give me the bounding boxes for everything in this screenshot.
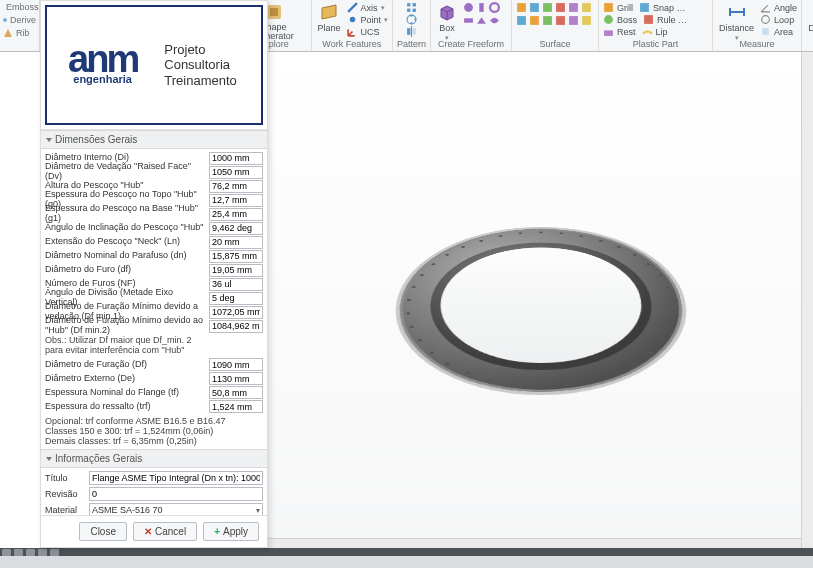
- group-surface: Surface: [512, 0, 599, 51]
- svg-point-14: [414, 18, 416, 20]
- svg-rect-9: [413, 3, 416, 6]
- param-label: Diâmetro de Furação (Df): [45, 360, 209, 370]
- param-input[interactable]: [209, 152, 263, 165]
- emboss-button[interactable]: Emboss: [3, 2, 36, 12]
- derive2-button[interactable]: Derive: [806, 2, 813, 33]
- axis-icon: [347, 2, 358, 13]
- param-input[interactable]: [209, 166, 263, 179]
- section-dimensoes[interactable]: Dimensões Gerais: [41, 130, 267, 149]
- derive-button[interactable]: Derive: [3, 15, 36, 25]
- pattern-circ-button[interactable]: [406, 14, 417, 25]
- group-workfeatures-label: Work Features: [316, 38, 389, 51]
- plane-button[interactable]: Plane: [316, 2, 343, 33]
- pattern-rect-button[interactable]: [406, 2, 417, 13]
- ff-icon[interactable]: [489, 15, 500, 26]
- svg-rect-38: [569, 16, 578, 25]
- svg-marker-2: [4, 29, 12, 37]
- revisao-input[interactable]: [89, 487, 263, 501]
- group-measure-label: Measure: [717, 38, 797, 51]
- rib-label: Rib: [16, 28, 30, 38]
- svg-rect-26: [464, 18, 473, 22]
- param-label: Diâmetro Nominal do Parafuso (dn): [45, 251, 209, 261]
- point-button[interactable]: Point▾: [347, 14, 389, 25]
- param-label: Diâmetro do Furo (df): [45, 265, 209, 275]
- ucs-icon: [347, 26, 358, 37]
- param-input[interactable]: [209, 386, 263, 399]
- snap-button[interactable]: Snap …: [639, 2, 686, 13]
- pattern-mirror-button[interactable]: [406, 26, 417, 37]
- svg-rect-4: [270, 8, 278, 16]
- param-input[interactable]: [209, 250, 263, 263]
- cancel-button[interactable]: ✕Cancel: [133, 522, 197, 541]
- param-row: Diâmetro do Furo (df): [45, 263, 263, 277]
- box-icon: [437, 2, 457, 22]
- angle-button[interactable]: Angle: [760, 2, 797, 13]
- param-row: Diâmetro de Furação Mínimo devido ao "Hu…: [45, 319, 263, 333]
- rib-button[interactable]: Rib: [3, 28, 36, 38]
- status-bar-dark: [0, 548, 813, 556]
- ff-icon[interactable]: [476, 15, 487, 26]
- svg-point-25: [490, 3, 499, 12]
- param-input[interactable]: [209, 292, 263, 305]
- svg-point-7: [349, 17, 355, 23]
- viewport-3d[interactable]: [268, 52, 813, 548]
- params-list: Diâmetro Interno (Di)Diâmetro de Vedação…: [41, 149, 267, 449]
- scrollbar-vertical[interactable]: [801, 52, 813, 548]
- param-label: Extensão do Pescoço "Neck" (Ln): [45, 237, 209, 247]
- svg-point-13: [410, 15, 412, 17]
- rest-button[interactable]: Rest: [603, 26, 636, 37]
- flange-model: [380, 229, 701, 392]
- svg-rect-35: [530, 16, 539, 25]
- svg-rect-30: [543, 3, 552, 12]
- svg-marker-27: [477, 17, 486, 24]
- param-input[interactable]: [209, 222, 263, 235]
- plus-icon: +: [214, 526, 220, 537]
- distance-button[interactable]: Distance▾: [717, 2, 756, 42]
- box-button[interactable]: Box▾: [435, 2, 459, 42]
- param-input[interactable]: [209, 264, 263, 277]
- param-input[interactable]: [209, 358, 263, 371]
- group-surface-label: Surface: [516, 38, 594, 51]
- section-info[interactable]: Informações Gerais: [41, 449, 267, 468]
- svg-rect-1: [3, 18, 6, 21]
- group-plasticpart-label: Plastic Part: [603, 38, 708, 51]
- ff-icon[interactable]: [476, 2, 487, 13]
- logo-brand: anm: [68, 45, 137, 74]
- param-input[interactable]: [209, 278, 263, 291]
- status-bar: [0, 556, 813, 568]
- ucs-button[interactable]: UCS: [347, 26, 389, 37]
- ff-icon[interactable]: [489, 2, 500, 13]
- ff-icon[interactable]: [463, 2, 474, 13]
- ff-icon[interactable]: [463, 15, 474, 26]
- param-input[interactable]: [209, 400, 263, 413]
- param-input[interactable]: [209, 372, 263, 385]
- grill-button[interactable]: Grill: [603, 2, 633, 13]
- group-measure: Distance▾ Angle Loop Area Measure: [713, 0, 802, 51]
- rule-button[interactable]: Rule …: [643, 14, 687, 25]
- svg-rect-8: [407, 3, 410, 6]
- param-row: Ângulo de Inclinação do Pescoço "Hub": [45, 221, 263, 235]
- param-input[interactable]: [209, 236, 263, 249]
- svg-point-42: [604, 15, 613, 24]
- note: Obs.: Utilizar Df maior que Df_min. 2 pa…: [45, 333, 263, 358]
- axis-button[interactable]: Axis▾: [347, 2, 389, 13]
- param-input[interactable]: [209, 180, 263, 193]
- button-bar: Close ✕Cancel +Apply: [41, 515, 267, 547]
- scrollbar-horizontal[interactable]: [268, 538, 801, 548]
- close-button[interactable]: Close: [79, 522, 127, 541]
- boss-button[interactable]: Boss: [603, 14, 637, 25]
- param-row: Diâmetro de Furação (Df): [45, 358, 263, 372]
- svg-rect-32: [569, 3, 578, 12]
- ilogic-form-panel: anm engenharia Projeto Consultoria Trein…: [40, 0, 268, 548]
- apply-button[interactable]: +Apply: [203, 522, 259, 541]
- area-button[interactable]: Area: [760, 26, 797, 37]
- material-select[interactable]: ASME SA-516 70▾: [89, 503, 263, 515]
- param-input[interactable]: [209, 306, 263, 319]
- lip-button[interactable]: Lip: [642, 26, 668, 37]
- svg-rect-17: [413, 28, 416, 35]
- loop-button[interactable]: Loop: [760, 14, 797, 25]
- param-input[interactable]: [209, 320, 263, 333]
- titulo-input[interactable]: [89, 471, 263, 485]
- param-input[interactable]: [209, 208, 263, 221]
- param-input[interactable]: [209, 194, 263, 207]
